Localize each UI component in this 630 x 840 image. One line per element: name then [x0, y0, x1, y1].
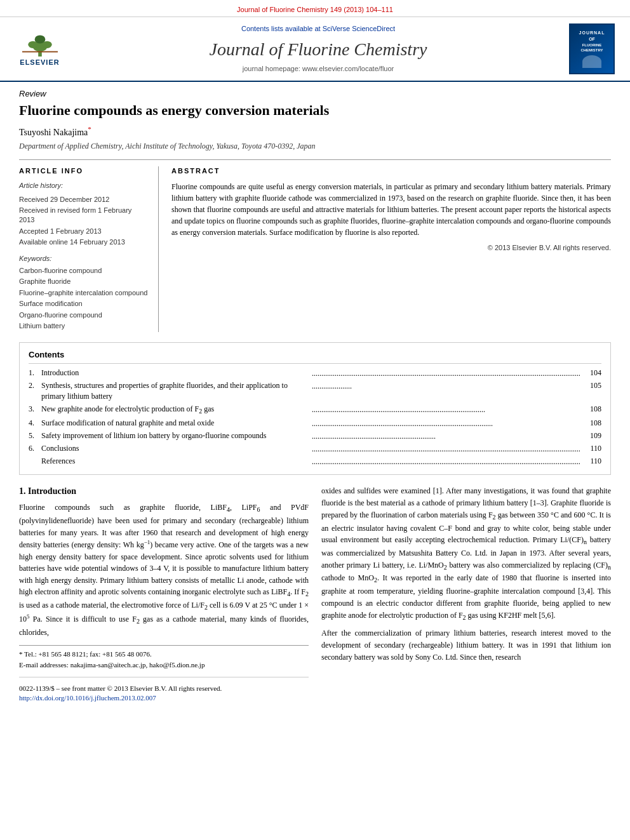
- keyword-6: Lithium battery: [19, 321, 149, 331]
- article-author: Tsuyoshi Nakajima*: [19, 124, 611, 138]
- revised-date: Received in revised form 1 February 2013: [19, 206, 149, 225]
- contents-num-ref: [29, 456, 41, 467]
- contents-num-3: 3.: [29, 404, 41, 416]
- footnote-email: E-mail addresses: nakajima-san@aitech.ac…: [19, 660, 309, 670]
- received-date: Received 29 December 2012: [19, 195, 149, 204]
- contents-page-6: 110: [582, 443, 601, 454]
- contents-page-2: 105: [582, 380, 601, 402]
- contents-page-5: 109: [582, 430, 601, 441]
- intro-section-label: Introduction: [28, 486, 76, 496]
- copyright-line: © 2013 Elsevier B.V. All rights reserved…: [171, 243, 611, 253]
- article-type: Review: [19, 88, 611, 100]
- keyword-2: Graphite fluoride: [19, 277, 149, 286]
- contents-text-2: Synthesis, structures and properties of …: [41, 380, 309, 402]
- body-section-intro: 1. Introduction Fluorine compounds such …: [19, 485, 611, 703]
- intro-para3: After the commercialization of primary l…: [321, 627, 611, 663]
- contents-num-4: 4.: [29, 418, 41, 429]
- contents-text-6: Conclusions: [41, 443, 309, 454]
- logo-line-3: FLUORINE: [582, 43, 602, 48]
- body-col-left: 1. Introduction Fluorine compounds such …: [19, 485, 309, 703]
- abstract-text: Fluorine compounds are quite useful as e…: [171, 181, 611, 238]
- article-content: Review Fluorine compounds as energy conv…: [0, 82, 630, 722]
- contents-dots-3: ........................................…: [312, 404, 580, 417]
- keyword-5: Organo-fluorine compound: [19, 310, 149, 320]
- footer-doi[interactable]: http://dx.doi.org/10.1016/j.jfluchem.201…: [19, 693, 309, 703]
- accepted-date: Accepted 1 February 2013: [19, 227, 149, 236]
- keyword-4: Surface modification: [19, 299, 149, 309]
- keyword-1: Carbon-fluorine compound: [19, 266, 149, 276]
- available-date: Available online 14 February 2013: [19, 237, 149, 247]
- contents-text-1: Introduction: [41, 368, 309, 378]
- contents-num-5: 5.: [29, 430, 41, 441]
- keywords-label: Keywords:: [19, 254, 149, 263]
- abstract-col: ABSTRACT Fluorine compounds are quite us…: [171, 166, 611, 332]
- elsevier-logo-area: ELSEVIER: [13, 30, 70, 68]
- intro-section-title: 1. Introduction: [19, 485, 309, 498]
- contents-dots-2: .....................: [312, 381, 580, 403]
- elsevier-tree-svg: [21, 30, 59, 57]
- contents-section: Contents 1. Introduction ...............…: [19, 342, 611, 475]
- contents-item-2: 2. Synthesis, structures and properties …: [29, 380, 601, 402]
- sciverse-line: Contents lists available at SciVerse Sci…: [70, 24, 566, 34]
- contents-num-2: 2.: [29, 380, 41, 402]
- article-title: Fluorine compounds as energy conversion …: [19, 102, 611, 119]
- elsevier-wordmark: ELSEVIER: [20, 58, 59, 67]
- intro-para2: oxides and sulfides were examined [1]. A…: [321, 485, 611, 622]
- article-affiliation: Department of Applied Chemistry, Aichi I…: [19, 141, 611, 152]
- author-name: Tsuyoshi Nakajima: [19, 127, 88, 137]
- footer-issn: 0022-1139/$ – see front matter © 2013 El…: [19, 684, 309, 693]
- intro-para1: Fluorine compounds such as graphite fluo…: [19, 502, 309, 639]
- article-info-abstract: ARTICLE INFO Article history: Received 2…: [19, 159, 611, 332]
- contents-item-4: 4. Surface modification of natural graph…: [29, 418, 601, 429]
- journal-homepage: journal homepage: www.elsevier.com/locat…: [70, 64, 566, 74]
- contents-title: Contents: [29, 349, 601, 364]
- author-sup: *: [88, 125, 91, 133]
- footnote-tel: * Tel.: +81 565 48 8121; fax: +81 565 48…: [19, 650, 309, 659]
- sciverse-prefix: Contents lists available at: [241, 25, 321, 32]
- contents-page-4: 108: [582, 418, 601, 429]
- contents-dots-5: ........................................…: [312, 431, 580, 442]
- article-info-col: ARTICLE INFO Article history: Received 2…: [19, 166, 159, 332]
- page: Journal of Fluorine Chemistry 149 (2013)…: [0, 0, 630, 840]
- contents-page-3: 108: [582, 404, 601, 416]
- contents-dots-1: ........................................…: [312, 368, 580, 379]
- journal-logo-area: JOURNAL OF FLUORINE CHEMISTRY: [566, 23, 617, 74]
- svg-rect-5: [22, 51, 58, 53]
- contents-text-5: Safety improvement of lithium ion batter…: [41, 430, 309, 441]
- abstract-heading: ABSTRACT: [171, 166, 611, 176]
- journal-title: Journal of Fluorine Chemistry: [70, 37, 566, 62]
- contents-dots-4: ........................................…: [312, 418, 580, 429]
- contents-page-1: 104: [582, 368, 601, 378]
- header-section: ELSEVIER Contents lists available at Sci…: [0, 17, 630, 82]
- contents-num-1: 1.: [29, 368, 41, 378]
- contents-dots-6: ........................................…: [312, 444, 580, 455]
- journal-logo-box: JOURNAL OF FLUORINE CHEMISTRY: [569, 23, 615, 74]
- intro-section-num: 1.: [19, 486, 26, 496]
- contents-item-1: 1. Introduction ........................…: [29, 368, 601, 378]
- contents-item-6: 6. Conclusions .........................…: [29, 443, 601, 454]
- contents-dots-ref: ........................................…: [312, 457, 580, 467]
- contents-text-ref: References: [41, 456, 309, 467]
- contents-text-4: Surface modification of natural graphite…: [41, 418, 309, 429]
- body-col-right: oxides and sulfides were examined [1]. A…: [321, 485, 611, 703]
- logo-line-2: OF: [589, 36, 595, 43]
- footer-links: 0022-1139/$ – see front matter © 2013 El…: [19, 684, 309, 703]
- contents-num-6: 6.: [29, 443, 41, 454]
- logo-line-4: CHEMISTRY: [580, 48, 603, 53]
- svg-point-4: [34, 36, 45, 44]
- history-label: Article history:: [19, 181, 149, 190]
- logo-line-1: JOURNAL: [579, 30, 605, 36]
- sciverse-link[interactable]: SciVerse ScienceDirect: [323, 25, 395, 32]
- journal-reference: Journal of Fluorine Chemistry 149 (2013)…: [237, 6, 393, 13]
- footnote-section: * Tel.: +81 565 48 8121; fax: +81 565 48…: [19, 645, 309, 670]
- keyword-3: Fluorine–graphite intercalation compound: [19, 288, 149, 298]
- contents-item-5: 5. Safety improvement of lithium ion bat…: [29, 430, 601, 441]
- contents-item-ref: References .............................…: [29, 456, 601, 467]
- contents-item-3: 3. New graphite anode for electrolytic p…: [29, 404, 601, 416]
- footer-divider: [19, 677, 309, 677]
- contents-text-3: New graphite anode for electrolytic prod…: [41, 404, 309, 416]
- contents-page-ref: 110: [582, 456, 601, 467]
- elsevier-logo: ELSEVIER: [13, 30, 67, 68]
- header-center: Contents lists available at SciVerse Sci…: [70, 24, 566, 74]
- article-info-heading: ARTICLE INFO: [19, 166, 149, 176]
